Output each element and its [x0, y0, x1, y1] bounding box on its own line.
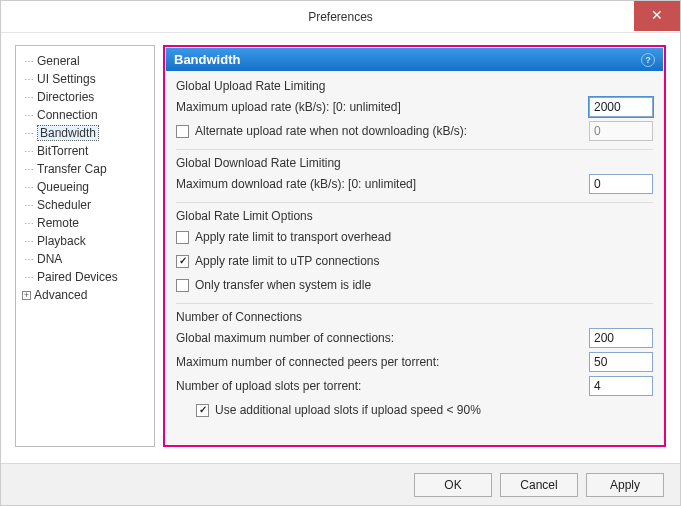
- tree-dots-icon: ⋯: [24, 272, 33, 283]
- preferences-window: Preferences ✕ ⋯General⋯UI Settings⋯Direc…: [0, 0, 681, 506]
- sidebar-item-connection[interactable]: ⋯Connection: [20, 106, 150, 124]
- tree-dots-icon: ⋯: [24, 56, 33, 67]
- tree-dots-icon: ⋯: [24, 110, 33, 121]
- extra-slots-checkbox[interactable]: [196, 404, 209, 417]
- slots-label: Number of upload slots per torrent:: [176, 379, 361, 393]
- idle-label: Only transfer when system is idle: [195, 278, 371, 292]
- sidebar-item-playback[interactable]: ⋯Playback: [20, 232, 150, 250]
- sidebar-item-advanced[interactable]: +Advanced: [20, 286, 150, 304]
- sidebar-item-label: Scheduler: [37, 198, 91, 212]
- max-download-label: Maximum download rate (kB/s): [0: unlimi…: [176, 177, 416, 191]
- tree-dots-icon: ⋯: [24, 182, 33, 193]
- sidebar-item-transfer-cap[interactable]: ⋯Transfer Cap: [20, 160, 150, 178]
- tree-dots-icon: ⋯: [24, 254, 33, 265]
- apply-button[interactable]: Apply: [586, 473, 664, 497]
- sidebar-item-label: Playback: [37, 234, 86, 248]
- window-title: Preferences: [1, 1, 680, 33]
- cancel-button[interactable]: Cancel: [500, 473, 578, 497]
- ok-button[interactable]: OK: [414, 473, 492, 497]
- max-download-input[interactable]: [589, 174, 653, 194]
- titlebar: Preferences ✕: [1, 1, 680, 33]
- sidebar-item-label: BitTorrent: [37, 144, 88, 158]
- tree-dots-icon: ⋯: [24, 92, 33, 103]
- sidebar-item-directories[interactable]: ⋯Directories: [20, 88, 150, 106]
- tree-dots-icon: ⋯: [24, 164, 33, 175]
- sidebar-item-queueing[interactable]: ⋯Queueing: [20, 178, 150, 196]
- tree-dots-icon: ⋯: [24, 74, 33, 85]
- sidebar-item-label: DNA: [37, 252, 62, 266]
- tree-dots-icon: ⋯: [24, 218, 33, 229]
- sidebar-item-paired-devices[interactable]: ⋯Paired Devices: [20, 268, 150, 286]
- alt-upload-input: [589, 121, 653, 141]
- sidebar-item-label: General: [37, 54, 80, 68]
- tree-dots-icon: ⋯: [24, 236, 33, 247]
- sidebar-item-label: Paired Devices: [37, 270, 118, 284]
- extra-slots-label: Use additional upload slots if upload sp…: [215, 403, 481, 417]
- sidebar-item-bittorrent[interactable]: ⋯BitTorrent: [20, 142, 150, 160]
- peers-input[interactable]: [589, 352, 653, 372]
- sidebar-item-label: Connection: [37, 108, 98, 122]
- sidebar-item-scheduler[interactable]: ⋯Scheduler: [20, 196, 150, 214]
- sidebar-item-ui-settings[interactable]: ⋯UI Settings: [20, 70, 150, 88]
- global-max-label: Global maximum number of connections:: [176, 331, 394, 345]
- panel-title: Bandwidth: [174, 52, 240, 67]
- help-icon[interactable]: ?: [641, 53, 655, 67]
- slots-input[interactable]: [589, 376, 653, 396]
- sidebar-item-label: Bandwidth: [37, 125, 99, 141]
- sidebar-item-dna[interactable]: ⋯DNA: [20, 250, 150, 268]
- bandwidth-panel: Bandwidth ? Global Upload Rate Limiting …: [163, 45, 666, 447]
- sidebar-item-label: Transfer Cap: [37, 162, 107, 176]
- category-tree[interactable]: ⋯General⋯UI Settings⋯Directories⋯Connect…: [15, 45, 155, 447]
- sidebar-item-remote[interactable]: ⋯Remote: [20, 214, 150, 232]
- peers-label: Maximum number of connected peers per to…: [176, 355, 439, 369]
- overhead-label: Apply rate limit to transport overhead: [195, 230, 391, 244]
- max-upload-input[interactable]: [589, 97, 653, 117]
- sidebar-item-label: UI Settings: [37, 72, 96, 86]
- global-max-input[interactable]: [589, 328, 653, 348]
- alt-upload-label: Alternate upload rate when not downloadi…: [195, 124, 467, 138]
- overhead-checkbox[interactable]: [176, 231, 189, 244]
- utp-checkbox[interactable]: [176, 255, 189, 268]
- tree-dots-icon: ⋯: [24, 128, 33, 139]
- dialog-buttons: OK Cancel Apply: [1, 463, 680, 505]
- panel-header: Bandwidth ?: [166, 48, 663, 71]
- idle-checkbox[interactable]: [176, 279, 189, 292]
- sidebar-item-label: Advanced: [34, 288, 87, 302]
- upload-group-title: Global Upload Rate Limiting: [176, 79, 653, 93]
- utp-label: Apply rate limit to uTP connections: [195, 254, 380, 268]
- options-group-title: Global Rate Limit Options: [176, 209, 653, 223]
- sidebar-item-label: Queueing: [37, 180, 89, 194]
- connections-group-title: Number of Connections: [176, 310, 653, 324]
- alt-upload-checkbox[interactable]: [176, 125, 189, 138]
- max-upload-label: Maximum upload rate (kB/s): [0: unlimite…: [176, 100, 401, 114]
- sidebar-item-label: Remote: [37, 216, 79, 230]
- tree-dots-icon: ⋯: [24, 146, 33, 157]
- close-button[interactable]: ✕: [634, 1, 680, 31]
- sidebar-item-label: Directories: [37, 90, 94, 104]
- expand-icon[interactable]: +: [22, 291, 31, 300]
- download-group-title: Global Download Rate Limiting: [176, 156, 653, 170]
- sidebar-item-bandwidth[interactable]: ⋯Bandwidth: [20, 124, 150, 142]
- tree-dots-icon: ⋯: [24, 200, 33, 211]
- sidebar-item-general[interactable]: ⋯General: [20, 52, 150, 70]
